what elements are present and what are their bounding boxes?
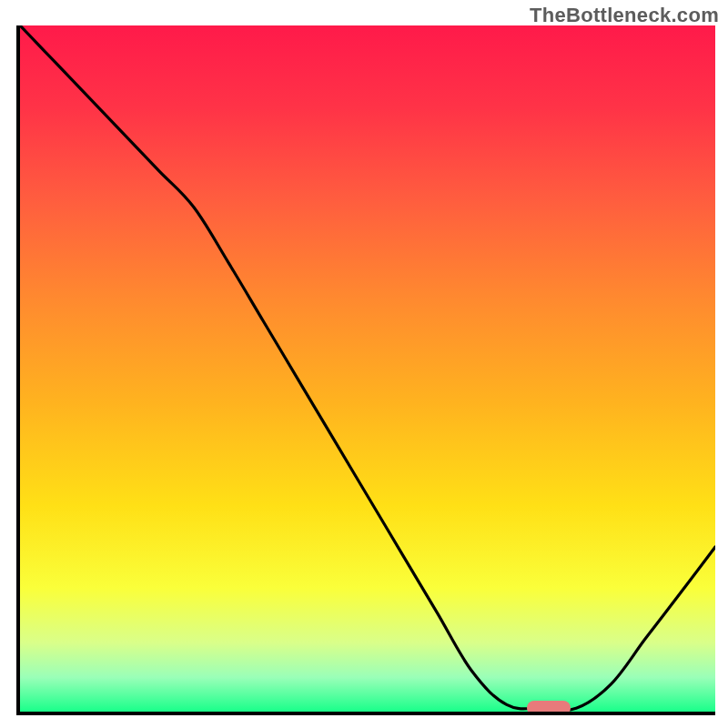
target-marker [527,701,571,715]
watermark-text: TheBottleneck.com [530,4,719,27]
chart-container: TheBottleneck.com [0,0,728,728]
plot-area [16,25,715,715]
data-curve [20,25,715,712]
